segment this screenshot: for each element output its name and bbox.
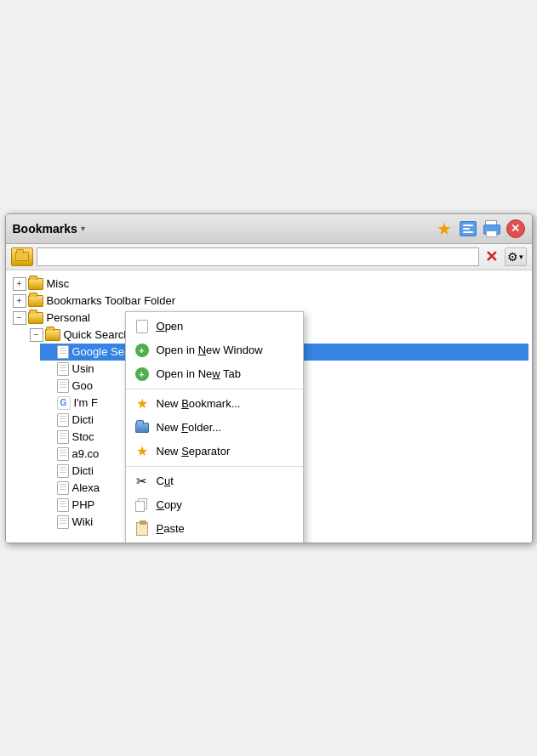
copy-icon bbox=[134, 497, 150, 513]
tree-label-wiki: Wiki bbox=[72, 515, 94, 528]
menu-item-new-folder[interactable]: New Folder... bbox=[126, 416, 303, 440]
page-icon-dicti1 bbox=[57, 413, 69, 427]
page-icon-google-search bbox=[57, 345, 69, 359]
tree-label-dicti2: Dicti bbox=[72, 464, 94, 477]
search-input[interactable] bbox=[37, 247, 479, 266]
menu-item-paste[interactable]: Paste bbox=[126, 517, 303, 541]
page-icon-dicti2 bbox=[57, 464, 69, 478]
menu-item-new-bookmark[interactable]: ★ New Bookmark... bbox=[126, 392, 303, 416]
tree-area: + Misc + Bookmarks Toolbar Folder − Pers… bbox=[6, 270, 532, 543]
page-icon-stoc bbox=[57, 430, 69, 444]
print-icon[interactable] bbox=[483, 219, 501, 238]
menu-label-open: Open bbox=[157, 320, 184, 333]
new-window-icon: + bbox=[134, 343, 150, 358]
tree-label-a9: a9.co bbox=[72, 447, 100, 460]
menu-item-open-new-tab[interactable]: + Open in New Tab bbox=[126, 362, 303, 386]
tree-label-alexa: Alexa bbox=[72, 481, 100, 494]
settings-button[interactable]: ⚙ ▾ bbox=[505, 247, 527, 266]
menu-label-open-new-window: Open in New Window bbox=[157, 344, 263, 356]
title-dropdown-arrow[interactable]: ▾ bbox=[81, 224, 85, 233]
tree-label-im-feeling: I'm F bbox=[74, 396, 98, 409]
menu-item-cut[interactable]: ✂ Cut bbox=[126, 469, 303, 493]
new-bookmark-icon: ★ bbox=[134, 396, 150, 412]
gear-icon: ⚙ bbox=[507, 250, 518, 264]
menu-label-cut: Cut bbox=[157, 475, 174, 487]
page-icon-wiki bbox=[57, 515, 69, 529]
page-icon-using bbox=[57, 362, 69, 376]
context-menu-overlay: Open + Open in New Window + Open in New … bbox=[125, 311, 304, 543]
menu-label-new-separator: New Separator bbox=[157, 445, 231, 458]
expander-quick-searches[interactable]: − bbox=[30, 328, 43, 342]
new-folder-button[interactable] bbox=[11, 247, 33, 266]
bookmark-star-icon[interactable]: ★ bbox=[435, 219, 454, 238]
separator-2 bbox=[126, 466, 303, 467]
open-icon bbox=[134, 319, 150, 334]
google-g-icon: G bbox=[57, 396, 71, 410]
folder-icon-quick-searches bbox=[45, 329, 60, 341]
bookmarks-window: Bookmarks ▾ ★ ✕ bbox=[5, 213, 533, 543]
tree-label-toolbar: Bookmarks Toolbar Folder bbox=[47, 294, 176, 307]
tree-item-misc[interactable]: + Misc bbox=[9, 276, 528, 293]
tree-label-stoc: Stoc bbox=[72, 430, 94, 443]
window-title: Bookmarks bbox=[13, 222, 77, 236]
tree-label-php: PHP bbox=[72, 498, 95, 511]
menu-label-new-folder: New Folder... bbox=[157, 421, 222, 434]
tree-label-misc: Misc bbox=[47, 277, 70, 290]
menu-label-paste: Paste bbox=[157, 522, 185, 535]
separator-1 bbox=[126, 389, 303, 389]
folder-icon-misc bbox=[28, 278, 43, 290]
menu-label-copy: Copy bbox=[157, 498, 182, 511]
folder-shape-icon bbox=[15, 252, 29, 261]
context-menu: Open + Open in New Window + Open in New … bbox=[125, 311, 304, 543]
gear-dropdown-arrow: ▾ bbox=[519, 253, 523, 261]
menu-item-copy[interactable]: Copy bbox=[126, 493, 303, 517]
title-bar-icons: ★ ✕ bbox=[435, 219, 525, 238]
expander-misc[interactable]: + bbox=[13, 277, 26, 291]
tree-item-toolbar-folder[interactable]: + Bookmarks Toolbar Folder bbox=[9, 293, 528, 310]
clear-search-button[interactable]: ✕ bbox=[483, 247, 501, 266]
expander-personal[interactable]: − bbox=[13, 311, 26, 325]
title-bar-left: Bookmarks ▾ bbox=[13, 222, 85, 236]
expander-toolbar[interactable]: + bbox=[13, 294, 26, 308]
page-icon-php bbox=[57, 498, 69, 512]
menu-label-open-new-tab: Open in New Tab bbox=[157, 367, 242, 380]
folder-icon-personal bbox=[28, 312, 43, 324]
paste-icon bbox=[134, 521, 150, 537]
cut-icon: ✂ bbox=[134, 474, 150, 489]
new-tab-icon: + bbox=[134, 367, 150, 382]
tree-label-dicti1: Dicti bbox=[72, 413, 94, 426]
new-separator-icon: ★ bbox=[134, 444, 150, 459]
page-icon-a9 bbox=[57, 447, 69, 461]
tree-label-personal: Personal bbox=[47, 311, 90, 324]
menu-item-open-new-window[interactable]: + Open in New Window bbox=[126, 338, 303, 362]
page-icon-alexa bbox=[57, 481, 69, 495]
page-icon-goo bbox=[57, 379, 69, 393]
title-bar: Bookmarks ▾ ★ ✕ bbox=[6, 214, 532, 244]
menu-label-new-bookmark: New Bookmark... bbox=[157, 397, 241, 410]
tree-label-using: Usin bbox=[72, 362, 94, 375]
tree-label-goo: Goo bbox=[72, 379, 94, 392]
toolbar: ✕ ⚙ ▾ bbox=[6, 244, 532, 270]
folder-icon-toolbar bbox=[28, 295, 43, 307]
new-folder-menu-icon bbox=[134, 420, 150, 435]
close-button[interactable]: ✕ bbox=[506, 219, 525, 238]
menu-item-new-separator[interactable]: ★ New Separator bbox=[126, 440, 303, 463]
menu-item-open[interactable]: Open bbox=[126, 315, 303, 338]
organize-icon[interactable] bbox=[459, 219, 477, 238]
